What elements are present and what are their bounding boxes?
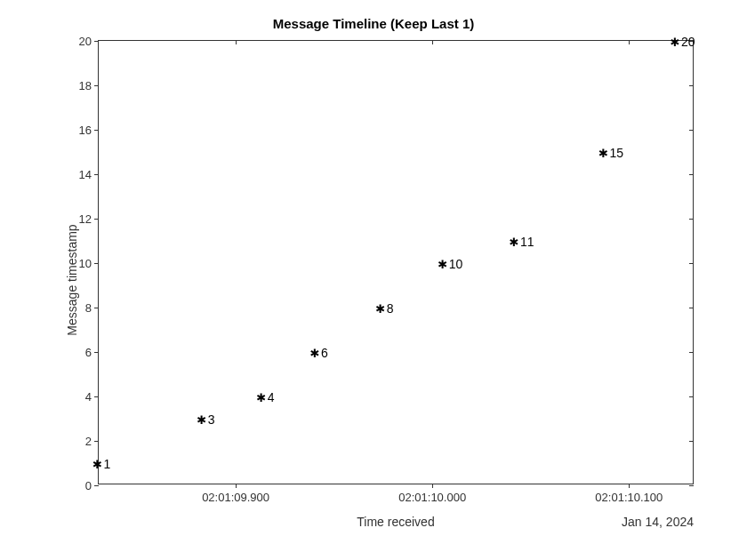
data-point-label: 20 (681, 34, 695, 48)
y-tick-mark (689, 263, 694, 264)
data-point: ✱6 (310, 345, 328, 360)
chart-title: Message Timeline (Keep Last 1) (0, 16, 747, 31)
x-axis-date: Jan 14, 2024 (622, 515, 694, 529)
y-tick-mark (94, 396, 99, 397)
y-tick-label: 12 (79, 212, 92, 226)
y-tick-mark (689, 308, 694, 308)
y-tick-mark (94, 130, 99, 131)
data-point: ✱11 (510, 234, 534, 249)
y-tick-label: 14 (79, 168, 92, 181)
x-tick-mark (432, 484, 433, 488)
x-tick-mark (236, 484, 237, 488)
y-tick-mark (689, 174, 694, 175)
data-point: ✱3 (197, 412, 215, 427)
y-tick-mark (94, 441, 99, 442)
y-tick-mark (94, 41, 99, 42)
y-tick-label: 2 (85, 435, 92, 448)
chart-container: Message Timeline (Keep Last 1) Message t… (0, 0, 747, 560)
asterisk-marker: ✱ (197, 412, 206, 427)
x-tick-mark (629, 40, 630, 44)
y-tick-mark (689, 485, 694, 486)
x-tick-label: 02:01:10.000 (398, 491, 466, 504)
x-tick-mark (236, 40, 237, 44)
data-point: ✱8 (376, 300, 394, 316)
asterisk-marker: ✱ (92, 456, 101, 471)
x-tick-mark (432, 40, 433, 44)
x-axis-label: Time received (98, 515, 694, 529)
y-tick-mark (689, 219, 694, 220)
y-axis-label: Message timestamp (65, 224, 79, 335)
data-point-label: 3 (208, 412, 215, 426)
data-point-label: 4 (268, 389, 275, 404)
y-tick-mark (94, 174, 99, 175)
y-tick-label: 16 (79, 124, 92, 137)
asterisk-marker: ✱ (376, 300, 385, 316)
y-tick-mark (94, 219, 99, 220)
y-tick-mark (94, 263, 99, 264)
y-tick-mark (94, 485, 99, 486)
y-tick-label: 4 (85, 390, 92, 404)
y-tick-label: 18 (79, 79, 92, 92)
asterisk-marker: ✱ (598, 145, 607, 160)
x-tick-label: 02:01:09.900 (202, 491, 269, 504)
asterisk-marker: ✱ (510, 234, 518, 249)
y-tick-mark (689, 130, 694, 131)
asterisk-marker: ✱ (310, 345, 319, 360)
plot-area: 0246810121416182002:01:09.90002:01:10.00… (98, 40, 694, 484)
data-point: ✱4 (257, 389, 275, 404)
asterisk-marker: ✱ (671, 34, 679, 49)
data-point: ✱15 (598, 145, 623, 160)
data-point-label: 8 (387, 300, 394, 315)
data-point-label: 10 (449, 256, 463, 270)
y-tick-label: 10 (79, 257, 92, 270)
data-point-label: 6 (321, 345, 328, 359)
y-tick-mark (689, 396, 694, 397)
data-point-label: 15 (610, 145, 624, 159)
y-tick-label: 20 (79, 35, 92, 48)
y-tick-label: 0 (85, 479, 92, 492)
data-point-label: 1 (104, 456, 111, 470)
y-tick-mark (689, 441, 694, 442)
y-tick-label: 6 (85, 346, 92, 359)
y-tick-mark (94, 308, 99, 308)
y-tick-mark (94, 352, 99, 353)
data-point: ✱1 (92, 456, 110, 471)
asterisk-marker: ✱ (257, 389, 266, 404)
data-point: ✱20 (671, 34, 695, 49)
y-tick-mark (689, 352, 694, 353)
y-tick-mark (94, 85, 99, 86)
x-tick-label: 02:01:10.100 (595, 491, 663, 504)
data-point-label: 11 (520, 234, 534, 248)
x-tick-mark (629, 484, 630, 488)
data-point: ✱10 (438, 256, 462, 271)
asterisk-marker: ✱ (438, 256, 446, 271)
y-tick-mark (689, 85, 694, 86)
y-tick-label: 8 (85, 301, 92, 315)
